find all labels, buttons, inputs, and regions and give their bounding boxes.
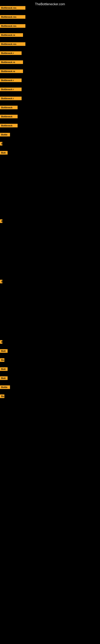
bottleneck-badge: B <box>0 280 2 283</box>
bottleneck-badge: Bott <box>0 367 8 371</box>
bottleneck-badge: Bottleneck re <box>0 33 23 37</box>
bottleneck-badge: B <box>0 142 2 146</box>
bottleneck-badge: B <box>0 219 2 223</box>
bottleneck-badge: Bott <box>0 151 8 154</box>
bottleneck-badge: Bottleneck res <box>0 6 25 10</box>
bottleneck-badge: Bottleneck re <box>0 70 23 73</box>
bottleneck-badge: Bottle <box>0 133 10 136</box>
bottleneck-badge: Bottleneck r <box>0 51 22 55</box>
bottleneck-badge: Bottleneck re <box>0 60 23 64</box>
bottleneck-badge: Bott <box>0 376 8 380</box>
bottleneck-badge: Bottleneck <box>0 124 18 128</box>
bottleneck-badge: B <box>0 340 2 344</box>
bottleneck-badge: Bottleneck r <box>0 78 22 82</box>
bottleneck-badge: Bo <box>0 358 4 362</box>
bottleneck-badge: Bottleneck <box>0 115 18 118</box>
bottleneck-badge: Bottleneck res <box>0 24 25 28</box>
bottleneck-badge: Bo <box>0 394 4 398</box>
bottleneck-badge: Bottleneck r <box>0 88 22 91</box>
bottleneck-badge: Bottleneck r <box>0 96 22 100</box>
bottleneck-badge: Bottle <box>0 386 10 389</box>
bottleneck-badge: Bott <box>0 349 8 353</box>
bottleneck-badge: Bottleneck <box>0 106 18 109</box>
bottleneck-badge: Bottleneck res <box>0 42 25 46</box>
bottleneck-badge: Bottleneck res <box>0 15 25 19</box>
